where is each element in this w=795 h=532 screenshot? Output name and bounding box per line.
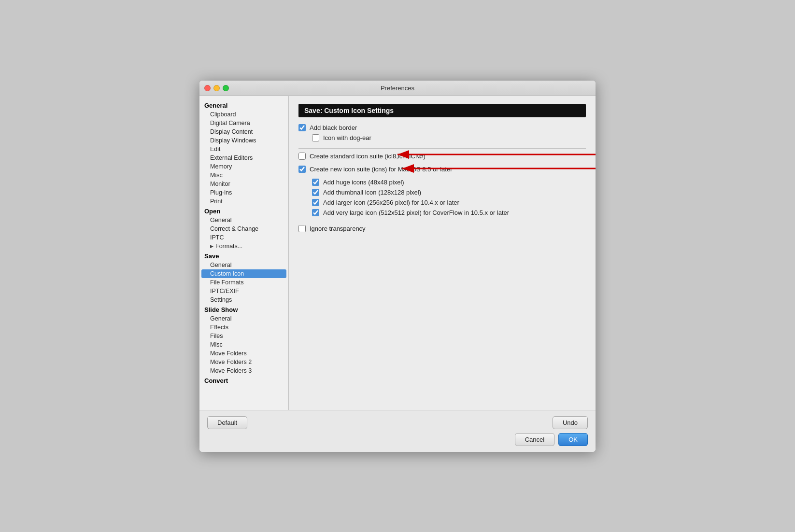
checkbox-thumbnail-icon-label: Add thumbnail icon (128x128 pixel) [323, 189, 421, 196]
close-button[interactable] [204, 85, 211, 91]
sidebar-section-general: General [199, 100, 288, 110]
divider-1 [298, 148, 586, 149]
window-title: Preferences [381, 84, 414, 92]
checkbox-larger-icon-label: Add larger icon (256x256 pixel) for 10.4… [323, 199, 459, 206]
sidebar-item-print[interactable]: Print [199, 197, 288, 206]
checkbox-huge-icons-label: Add huge icons (48x48 pixel) [323, 179, 404, 186]
minimize-button[interactable] [213, 85, 220, 91]
sidebar-item-files[interactable]: Files [199, 332, 288, 340]
cancel-button[interactable]: Cancel [515, 433, 554, 446]
checkbox-ignore-transparency[interactable] [298, 225, 306, 232]
expand-icon: ▶ [210, 244, 213, 249]
checkbox-new-icon-suite-label: Create new icon suite (icns) for Mac OS … [310, 166, 453, 173]
sidebar-item-move-folders[interactable]: Move Folders [199, 349, 288, 358]
checkbox-huge-icons[interactable] [312, 179, 319, 186]
main-spacer [298, 235, 586, 402]
sidebar-item-file-formats[interactable]: File Formats [199, 278, 288, 287]
checkbox-add-black-border[interactable] [298, 124, 306, 131]
checkbox-add-black-border-label: Add black border [310, 124, 357, 131]
sidebar-item-plug-ins[interactable]: Plug-ins [199, 188, 288, 197]
sidebar-item-misc-slideshow[interactable]: Misc [199, 340, 288, 349]
bottom-row-2: Cancel OK [207, 433, 588, 446]
sidebar-item-slideshow-general[interactable]: General [199, 314, 288, 323]
sidebar-item-custom-icon[interactable]: Custom Icon [201, 269, 286, 278]
sidebar-item-edit[interactable]: Edit [199, 145, 288, 154]
checkbox-new-icon-suite-row: Create new icon suite (icns) for Mac OS … [298, 166, 586, 173]
sidebar-item-memory[interactable]: Memory [199, 162, 288, 171]
checkbox-very-large-icon-label: Add very large icon (512x512 pixel) for … [323, 209, 509, 216]
sidebar-item-external-editors[interactable]: External Editors [199, 154, 288, 162]
sidebar-item-correct-change[interactable]: Correct & Change [199, 224, 288, 233]
sidebar: General Clipboard Digital Camera Display… [199, 96, 289, 410]
sidebar-item-digital-camera[interactable]: Digital Camera [199, 119, 288, 127]
undo-button[interactable]: Undo [553, 416, 588, 429]
ok-button[interactable]: OK [558, 433, 588, 446]
preferences-window: Preferences General Clipboard Digital Ca… [199, 81, 596, 452]
checkbox-very-large-icon[interactable] [312, 209, 319, 216]
window-controls [204, 85, 229, 91]
sidebar-section-slideshow: Slide Show [199, 304, 288, 314]
checkbox-new-icon-suite[interactable] [298, 166, 306, 173]
checkbox-standard-icon-suite-label: Create standard icon suite (icl8,icl4,IC… [310, 153, 426, 160]
sidebar-item-monitor[interactable]: Monitor [199, 180, 288, 188]
titlebar: Preferences [199, 81, 596, 96]
checkbox-add-black-border-row: Add black border [298, 124, 586, 131]
sidebar-item-effects[interactable]: Effects [199, 323, 288, 332]
sidebar-item-settings[interactable]: Settings [199, 295, 288, 304]
checkbox-standard-icon-suite-row: Create standard icon suite (icl8,icl4,IC… [298, 153, 586, 160]
content-area: General Clipboard Digital Camera Display… [199, 96, 596, 410]
checkbox-larger-icon[interactable] [312, 199, 319, 206]
checkbox-icon-dog-ear-row: Icon with dog-ear [298, 134, 586, 141]
sidebar-item-iptc-exif[interactable]: IPTC/EXIF [199, 287, 288, 295]
sidebar-item-misc-general[interactable]: Misc [199, 171, 288, 180]
sidebar-item-move-folders-3[interactable]: Move Folders 3 [199, 366, 288, 375]
sidebar-item-display-content[interactable]: Display Content [199, 127, 288, 136]
sidebar-item-formats[interactable]: ▶ Formats... [199, 242, 288, 251]
sidebar-item-move-folders-2[interactable]: Move Folders 2 [199, 358, 288, 366]
sidebar-item-display-windows[interactable]: Display Windows [199, 136, 288, 145]
checkbox-thumbnail-icon-row: Add thumbnail icon (128x128 pixel) [298, 189, 586, 196]
bottom-bar: Default Undo Cancel OK [199, 410, 596, 452]
checkbox-ignore-transparency-label: Ignore transparency [310, 225, 366, 232]
panel-header: Save: Custom Icon Settings [298, 104, 586, 117]
sidebar-item-iptc[interactable]: IPTC [199, 233, 288, 242]
checkbox-thumbnail-icon[interactable] [312, 189, 319, 196]
bottom-row-1: Default Undo [207, 416, 588, 429]
sidebar-section-open: Open [199, 206, 288, 216]
checkbox-icon-dog-ear-label: Icon with dog-ear [323, 134, 371, 141]
maximize-button[interactable] [223, 85, 229, 91]
checkbox-standard-icon-suite[interactable] [298, 153, 306, 160]
checkbox-very-large-icon-row: Add very large icon (512x512 pixel) for … [298, 209, 586, 216]
sidebar-item-open-general[interactable]: General [199, 216, 288, 224]
sidebar-item-save-general[interactable]: General [199, 261, 288, 269]
sidebar-item-clipboard[interactable]: Clipboard [199, 110, 288, 119]
checkbox-larger-icon-row: Add larger icon (256x256 pixel) for 10.4… [298, 199, 586, 206]
sidebar-section-convert: Convert [199, 375, 288, 385]
checkbox-ignore-transparency-row: Ignore transparency [298, 225, 586, 232]
default-button[interactable]: Default [207, 416, 247, 429]
checkbox-icon-dog-ear[interactable] [312, 134, 319, 141]
sidebar-section-save: Save [199, 251, 288, 261]
main-panel: Save: Custom Icon Settings Add black bor… [289, 96, 596, 410]
checkbox-huge-icons-row: Add huge icons (48x48 pixel) [298, 179, 586, 186]
